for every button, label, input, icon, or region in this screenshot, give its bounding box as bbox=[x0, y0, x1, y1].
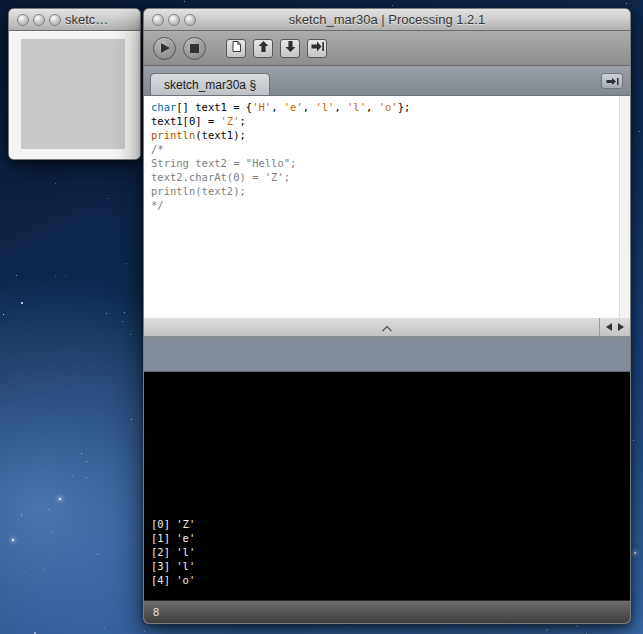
export-button[interactable] bbox=[307, 39, 327, 58]
code-line: */ bbox=[151, 198, 619, 212]
code-lines: char[] text1 = {'H', 'e', 'l', 'l', 'o'}… bbox=[144, 96, 619, 318]
console-output: [0] 'Z'[1] 'e'[2] 'l'[3] 'l'[4] 'o' bbox=[144, 372, 630, 600]
star bbox=[21, 302, 23, 304]
star bbox=[633, 440, 634, 441]
editor-vertical-scrollbar[interactable] bbox=[619, 96, 630, 318]
status-bar: 8 bbox=[144, 600, 630, 623]
star bbox=[86, 461, 87, 462]
line-number: 8 bbox=[153, 606, 159, 618]
ide-window-title: sketch_mar30a | Processing 1.2.1 bbox=[144, 12, 630, 27]
editor-horizontal-scrollbar[interactable] bbox=[144, 318, 630, 337]
console-line: [3] 'l' bbox=[151, 559, 623, 573]
message-area bbox=[144, 337, 630, 372]
play-icon bbox=[161, 43, 170, 53]
star bbox=[144, 631, 145, 632]
scroll-right-icon[interactable] bbox=[618, 323, 624, 331]
zoom-button[interactable] bbox=[184, 14, 196, 26]
star bbox=[81, 453, 82, 454]
console-line: [4] 'o' bbox=[151, 573, 623, 587]
star bbox=[130, 334, 131, 335]
star bbox=[108, 198, 109, 199]
code-line: text2.charAt(0) = 'Z'; bbox=[151, 170, 619, 184]
scrollbar-arrows bbox=[599, 318, 630, 336]
star bbox=[126, 263, 127, 264]
star bbox=[546, 629, 548, 631]
splitter-grip-icon[interactable] bbox=[381, 318, 393, 336]
new-sketch-icon bbox=[230, 39, 243, 57]
console-line: [2] 'l' bbox=[151, 545, 623, 559]
tab-label: sketch_mar30a § bbox=[164, 78, 256, 92]
zoom-button[interactable] bbox=[49, 14, 61, 26]
stop-icon bbox=[190, 44, 199, 53]
bright-star bbox=[12, 539, 14, 541]
export-icon bbox=[311, 39, 324, 57]
code-line: text1[0] = 'Z'; bbox=[151, 114, 619, 128]
star bbox=[86, 477, 87, 478]
tab-menu-arrow-icon bbox=[606, 72, 619, 90]
code-editor[interactable]: char[] text1 = {'H', 'e', 'l', 'l', 'o'}… bbox=[144, 96, 630, 318]
star bbox=[106, 313, 107, 314]
sketch-window-traffic-lights bbox=[9, 9, 61, 30]
code-line: println(text2); bbox=[151, 184, 619, 198]
star bbox=[16, 275, 17, 276]
minimize-button[interactable] bbox=[168, 14, 180, 26]
stop-button[interactable] bbox=[183, 37, 206, 60]
run-button[interactable] bbox=[153, 37, 176, 60]
save-button[interactable] bbox=[280, 39, 300, 58]
ide-traffic-lights bbox=[144, 9, 196, 30]
console-line: [1] 'e' bbox=[151, 531, 623, 545]
ide-titlebar[interactable]: sketch_mar30a | Processing 1.2.1 bbox=[144, 9, 630, 31]
star bbox=[55, 183, 56, 184]
new-sketch-button[interactable] bbox=[226, 39, 246, 58]
open-icon bbox=[257, 39, 270, 57]
star bbox=[586, 633, 587, 634]
star bbox=[131, 419, 132, 420]
sketch-window-body bbox=[9, 31, 140, 159]
star bbox=[124, 312, 125, 313]
star bbox=[626, 3, 627, 4]
tab-strip: sketch_mar30a § bbox=[144, 66, 630, 96]
star bbox=[21, 513, 22, 514]
save-icon bbox=[284, 39, 297, 57]
star bbox=[347, 627, 348, 628]
bright-star bbox=[634, 552, 636, 554]
code-line: println(text1); bbox=[151, 128, 619, 142]
code-line: /* bbox=[151, 142, 619, 156]
star bbox=[392, 5, 393, 6]
star bbox=[639, 131, 640, 132]
star bbox=[576, 625, 578, 627]
sketch-window-titlebar[interactable]: sketc… bbox=[9, 9, 140, 31]
star bbox=[72, 475, 73, 476]
tab-menu-button[interactable] bbox=[601, 73, 623, 89]
star bbox=[509, 624, 510, 625]
desktop: sketc… sketch_mar30a | Processing 1.2.1 bbox=[0, 0, 643, 634]
star bbox=[48, 509, 49, 510]
star bbox=[3, 314, 4, 315]
star bbox=[97, 554, 98, 555]
star bbox=[25, 572, 26, 573]
scroll-left-icon[interactable] bbox=[606, 323, 612, 331]
star bbox=[184, 1, 185, 2]
tab-sketch[interactable]: sketch_mar30a § bbox=[150, 73, 270, 95]
minimize-button[interactable] bbox=[33, 14, 45, 26]
processing-ide-window[interactable]: sketch_mar30a | Processing 1.2.1 bbox=[143, 8, 631, 624]
star bbox=[21, 515, 22, 516]
star bbox=[65, 276, 66, 277]
star bbox=[51, 531, 52, 532]
open-button[interactable] bbox=[253, 39, 273, 58]
star bbox=[122, 321, 123, 322]
code-line: String text2 = "Hello"; bbox=[151, 156, 619, 170]
bright-star bbox=[59, 498, 61, 500]
sketch-run-window[interactable]: sketc… bbox=[8, 8, 141, 160]
close-button[interactable] bbox=[152, 14, 164, 26]
close-button[interactable] bbox=[17, 14, 29, 26]
sketch-canvas bbox=[21, 39, 125, 149]
star bbox=[104, 627, 105, 628]
star bbox=[55, 276, 56, 277]
star bbox=[44, 569, 45, 570]
code-line: char[] text1 = {'H', 'e', 'l', 'l', 'o'}… bbox=[151, 100, 619, 114]
console-line: [0] 'Z' bbox=[151, 517, 623, 531]
toolbar bbox=[144, 31, 630, 66]
